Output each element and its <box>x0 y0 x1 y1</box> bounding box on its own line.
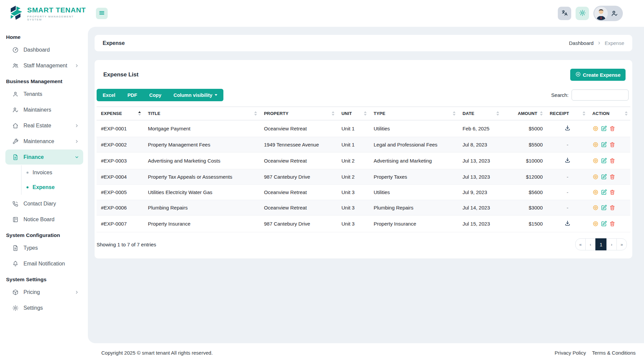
cell-expense-id: #EXP-0007 <box>97 216 144 232</box>
view-button[interactable] <box>592 221 599 227</box>
pagination-next-button[interactable]: › <box>606 238 617 250</box>
sidebar-item-real-estate[interactable]: Real Estate <box>5 118 83 133</box>
sidebar-item-finance[interactable]: Finance <box>5 149 83 165</box>
column-header-action[interactable]: ACTION <box>588 107 630 120</box>
cell-unit: Unit 2 <box>337 169 369 185</box>
breadcrumb-dashboard-link[interactable]: Dashboard <box>569 40 593 46</box>
view-button[interactable] <box>592 158 599 164</box>
cell-action <box>592 189 628 195</box>
types-icon <box>12 245 19 251</box>
delete-button[interactable] <box>609 174 615 180</box>
sidebar-item-email-notification[interactable]: Email Notification <box>5 256 83 271</box>
column-visibility-button[interactable]: Column visibility <box>167 89 223 101</box>
brand-logo-icon <box>9 5 24 22</box>
delete-button[interactable] <box>609 189 615 195</box>
column-header-date[interactable]: DATE <box>458 107 502 120</box>
delete-icon <box>609 141 615 148</box>
edit-icon <box>601 158 607 164</box>
sidebar-item-types[interactable]: Types <box>5 240 83 255</box>
pagination-page-button[interactable]: 1 <box>595 238 607 250</box>
pagination-prev-button[interactable]: ‹ <box>585 238 596 250</box>
privacy-policy-link[interactable]: Privacy Policy <box>555 350 586 356</box>
translate-button[interactable] <box>558 7 571 20</box>
edit-button[interactable] <box>601 174 607 180</box>
cell-property: Oceanview Retreat <box>260 120 337 137</box>
export-button-group: ExcelPDFCopyColumn visibility <box>97 89 223 101</box>
sidebar-item-settings[interactable]: Settings <box>5 300 83 315</box>
column-header-title[interactable]: TITLE <box>144 107 260 120</box>
column-header-unit[interactable]: UNIT <box>337 107 369 120</box>
export-excel-button[interactable]: Excel <box>97 89 121 101</box>
sidebar-item-dashboard[interactable]: Dashboard <box>5 42 83 57</box>
create-expense-button[interactable]: Create Expense <box>570 69 626 81</box>
delete-button[interactable] <box>609 125 615 132</box>
edit-button[interactable] <box>601 204 607 211</box>
column-header-property[interactable]: PROPERTY <box>260 107 337 120</box>
chevron-right-icon <box>597 41 601 45</box>
cell-type: Legal and Professional Fees <box>369 137 458 153</box>
view-icon <box>592 158 599 164</box>
delete-button[interactable] <box>609 204 615 211</box>
view-button[interactable] <box>592 174 599 180</box>
sidebar-subitem-invoices[interactable]: Invoices <box>21 165 83 180</box>
view-button[interactable] <box>592 204 599 211</box>
cell-type: Plumbing Repairs <box>369 200 458 216</box>
download-receipt-button[interactable] <box>564 220 571 227</box>
sidebar-item-contact-diary[interactable]: Contact Diary <box>5 196 83 211</box>
edit-button[interactable] <box>601 125 607 132</box>
cell-expense-id: #EXP-0005 <box>97 185 144 200</box>
delete-button[interactable] <box>609 141 615 148</box>
column-header-expense[interactable]: EXPENSE <box>97 107 144 120</box>
delete-button[interactable] <box>609 221 615 227</box>
column-header-amount[interactable]: AMOUNT <box>502 107 545 120</box>
sidebar-subitem-expense[interactable]: Expense <box>21 180 83 195</box>
export-copy-button[interactable]: Copy <box>143 89 167 101</box>
tenant-icon <box>12 91 19 98</box>
gear-icon <box>579 9 586 17</box>
sidebar-item-maintainers[interactable]: Maintainers <box>5 102 83 117</box>
cell-property: 987 Cantebury Drive <box>260 216 337 232</box>
edit-button[interactable] <box>601 189 607 195</box>
topbar <box>88 0 644 27</box>
pagination-first-button[interactable]: « <box>575 238 586 250</box>
cell-expense-id: #EXP-0001 <box>97 120 144 137</box>
edit-button[interactable] <box>601 158 607 164</box>
cell-action <box>592 174 628 180</box>
cell-unit: Unit 3 <box>337 185 369 200</box>
sidebar-toggle-button[interactable] <box>96 8 108 19</box>
delete-button[interactable] <box>609 158 615 164</box>
search-input[interactable] <box>572 89 629 101</box>
pagination-last-button[interactable]: » <box>616 238 627 250</box>
download-icon <box>564 220 571 227</box>
download-receipt-button[interactable] <box>564 157 571 164</box>
column-header-type[interactable]: TYPE <box>369 107 458 120</box>
terms-conditions-link[interactable]: Terms & Conditions <box>592 350 636 356</box>
download-receipt-button[interactable] <box>564 125 571 131</box>
view-button[interactable] <box>592 141 599 148</box>
cell-title: Property Management Fees <box>144 137 260 153</box>
settings-button[interactable] <box>576 7 589 20</box>
sidebar-item-staff-management[interactable]: Staff Management <box>5 58 83 73</box>
view-button[interactable] <box>592 189 599 195</box>
column-header-receipt[interactable]: RECEIPT <box>545 107 588 120</box>
profile-menu[interactable] <box>593 6 623 21</box>
no-receipt-dash: - <box>567 205 569 210</box>
sidebar-nav: HomeDashboardStaff ManagementBusiness Ma… <box>0 27 88 315</box>
sidebar-item-maintenance[interactable]: Maintenance <box>5 134 83 149</box>
sidebar-item-tenants[interactable]: Tenants <box>5 86 83 102</box>
brand-logo[interactable]: SMART TENANT PROPERTY MANAGEMENT SYSTEM <box>0 0 88 27</box>
maintainer-icon <box>12 107 19 113</box>
export-pdf-button[interactable]: PDF <box>121 89 143 101</box>
edit-button[interactable] <box>601 221 607 227</box>
view-icon <box>592 141 599 148</box>
user-avatar <box>594 7 608 20</box>
view-icon <box>592 204 599 211</box>
edit-button[interactable] <box>601 141 607 148</box>
view-button[interactable] <box>592 125 599 132</box>
cell-date: Jul 14, 2023 <box>458 200 502 216</box>
sidebar-item-pricing[interactable]: Pricing <box>5 285 83 300</box>
no-receipt-dash: - <box>567 174 569 180</box>
table-row: #EXP-0001Mortgage PaymentOceanview Retre… <box>97 120 630 137</box>
cell-date: Jul 8, 2023 <box>458 137 502 153</box>
sidebar-item-notice-board[interactable]: Notice Board <box>5 212 83 227</box>
